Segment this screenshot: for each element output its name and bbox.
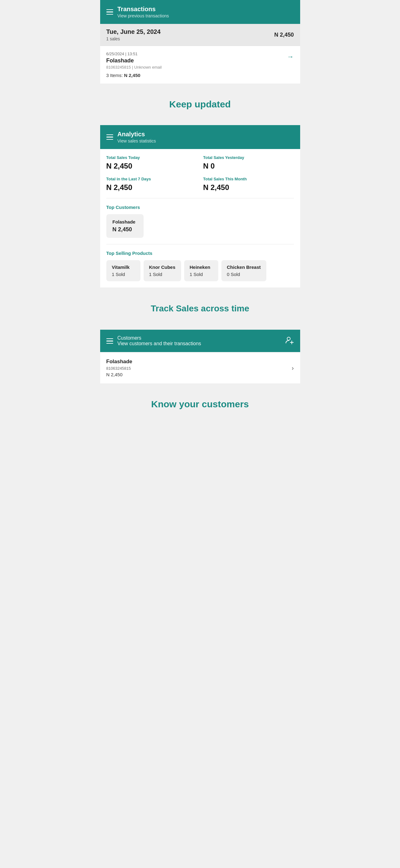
customer-list-amount-0: N 2,450 — [106, 372, 132, 377]
transactions-header: Transactions View previous transactions — [100, 0, 300, 24]
product-card-1: Knor Cubes 1 Sold — [143, 260, 181, 281]
know-customers-text: Know your customers — [106, 399, 294, 409]
product-card-2: Heineken 1 Sold — [184, 260, 218, 281]
product-name-1: Knor Cubes — [149, 265, 175, 270]
stats-grid: Total Sales Today N 2,450 Total Sales Ye… — [100, 149, 300, 198]
transactions-subtitle: View previous transactions — [118, 13, 169, 18]
keep-updated-text: Keep updated — [106, 99, 294, 110]
transaction-customer-name: Folashade — [106, 57, 162, 64]
product-name-3: Chicken Breast — [227, 265, 261, 270]
top-products-section: Top Selling Products Vitamilk 1 Sold Kno… — [100, 244, 300, 287]
customers-header-left: Customers View customers and their trans… — [106, 335, 201, 346]
customer-card-name-0: Folashade — [112, 219, 137, 224]
know-customers-banner: Know your customers — [100, 383, 300, 425]
customer-cards: Folashade N 2,450 — [106, 214, 294, 238]
analytics-header: Analytics View sales statistics — [100, 125, 300, 149]
svg-point-0 — [287, 337, 290, 340]
date-row: Tue, June 25, 2024 1 sales N 2,450 — [100, 24, 300, 45]
stat-total-today: Total Sales Today N 2,450 — [106, 155, 197, 170]
top-customers-title: Top Customers — [106, 205, 294, 210]
track-sales-text: Track Sales across time — [106, 303, 294, 314]
stat-total-yesterday-label: Total Sales Yesterday — [203, 155, 294, 160]
customer-chevron-right-icon-0: › — [292, 365, 294, 372]
stat-last-7-days-label: Total in the Last 7 Days — [106, 177, 197, 181]
product-card-3: Chicken Breast 0 Sold — [222, 260, 266, 281]
customer-list-phone-0: 81063245815 — [106, 366, 132, 371]
stat-last-7-days: Total in the Last 7 Days N 2,450 — [106, 177, 197, 192]
analytics-subtitle: View sales statistics — [118, 138, 156, 144]
track-sales-banner: Track Sales across time — [100, 287, 300, 330]
transaction-contact: 81063245815 | Unknown email — [106, 65, 162, 69]
customers-title: Customers — [118, 335, 201, 341]
analytics-container: Total Sales Today N 2,450 Total Sales Ye… — [100, 149, 300, 287]
product-name-0: Vitamilk — [112, 265, 135, 270]
customers-menu-icon[interactable] — [106, 338, 113, 344]
customer-list-name-0: Folashade — [106, 359, 132, 365]
customer-card-0: Folashade N 2,450 — [106, 214, 143, 238]
transaction-arrow-icon[interactable]: → — [287, 53, 294, 61]
sales-count: 1 sales — [106, 36, 161, 41]
analytics-menu-icon[interactable] — [106, 134, 113, 140]
customers-subtitle: View customers and their transactions — [118, 341, 201, 346]
customers-container: Folashade 81063245815 N 2,450 › — [100, 352, 300, 383]
customer-card-amount-0: N 2,450 — [112, 226, 137, 233]
customers-header: Customers View customers and their trans… — [100, 330, 300, 352]
analytics-title: Analytics — [118, 131, 156, 138]
customers-header-text: Customers View customers and their trans… — [118, 335, 201, 346]
transaction-info: 6/25/2024 | 13:51 Folashade 81063245815 … — [106, 52, 162, 78]
product-card-0: Vitamilk 1 Sold — [106, 260, 140, 281]
product-sold-1: 1 Sold — [149, 272, 175, 277]
transactions-menu-icon[interactable] — [106, 9, 113, 15]
stat-last-7-days-value: N 2,450 — [106, 183, 197, 192]
transaction-item[interactable]: 6/25/2024 | 13:51 Folashade 81063245815 … — [100, 45, 300, 84]
analytics-header-text: Analytics View sales statistics — [118, 131, 156, 144]
customer-list-item-0[interactable]: Folashade 81063245815 N 2,450 › — [100, 352, 300, 383]
product-cards: Vitamilk 1 Sold Knor Cubes 1 Sold Heinek… — [106, 260, 294, 281]
product-sold-3: 0 Sold — [227, 272, 261, 277]
transaction-items-summary: 3 Items: N 2,450 — [106, 73, 162, 78]
customer-list-info-0: Folashade 81063245815 N 2,450 — [106, 359, 132, 377]
product-sold-2: 1 Sold — [190, 272, 213, 277]
product-name-2: Heineken — [190, 265, 213, 270]
top-products-title: Top Selling Products — [106, 251, 294, 256]
transactions-container: Tue, June 25, 2024 1 sales N 2,450 6/25/… — [100, 24, 300, 84]
items-amount: N 2,450 — [124, 73, 140, 78]
transactions-header-text: Transactions View previous transactions — [118, 6, 169, 18]
date-title: Tue, June 25, 2024 — [106, 28, 161, 35]
date-total-amount: N 2,450 — [274, 32, 294, 38]
top-customers-section: Top Customers Folashade N 2,450 — [100, 198, 300, 244]
stat-this-month: Total Sales This Month N 2,450 — [203, 177, 294, 192]
stat-this-month-value: N 2,450 — [203, 183, 294, 192]
add-customer-icon[interactable] — [285, 336, 294, 346]
stat-total-today-label: Total Sales Today — [106, 155, 197, 160]
items-label: 3 Items: — [106, 73, 123, 78]
transaction-timestamp: 6/25/2024 | 13:51 — [106, 52, 162, 56]
stat-total-yesterday: Total Sales Yesterday N 0 — [203, 155, 294, 170]
stat-total-today-value: N 2,450 — [106, 162, 197, 170]
date-info: Tue, June 25, 2024 1 sales — [106, 28, 161, 41]
stat-this-month-label: Total Sales This Month — [203, 177, 294, 181]
product-sold-0: 1 Sold — [112, 272, 135, 277]
stat-total-yesterday-value: N 0 — [203, 162, 294, 170]
transactions-title: Transactions — [118, 6, 169, 13]
keep-updated-banner: Keep updated — [100, 84, 300, 125]
